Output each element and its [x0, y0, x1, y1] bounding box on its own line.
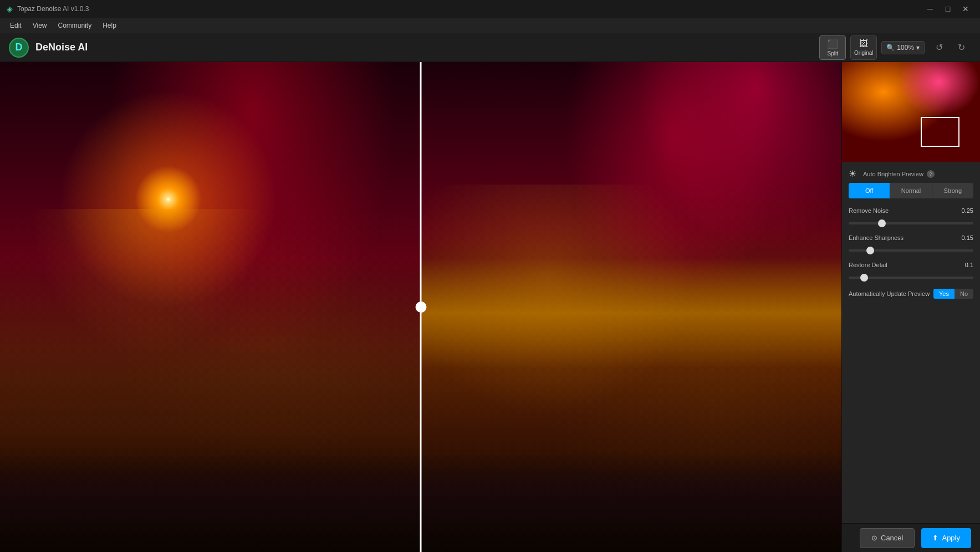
app-header: D DeNoise AI ⬛ Split 🖼 Original 🔍 100% ▾…: [0, 33, 980, 62]
toolbar: ⬛ Split 🖼 Original 🔍 100% ▾ ↺ ↻: [819, 35, 971, 60]
redo-button[interactable]: ↻: [951, 38, 971, 58]
enhance-sharpness-label: Enhance Sharpness: [849, 234, 904, 241]
app-logo-icon: D: [9, 38, 29, 58]
cancel-icon: ⊙: [871, 534, 877, 542]
controls-panel: ☀ Auto Brighten Preview ? Off Normal Str…: [842, 162, 980, 523]
menu-community[interactable]: Community: [52, 19, 97, 32]
split-divider[interactable]: [420, 62, 422, 552]
restore-detail-row: Restore Detail 0.1: [849, 262, 973, 281]
menubar: Edit View Community Help: [0, 18, 980, 33]
help-icon[interactable]: ?: [927, 170, 935, 178]
brighten-strong-button[interactable]: Strong: [932, 183, 973, 198]
auto-brighten-text: Auto Brighten Preview: [863, 171, 923, 177]
split-view-container: [0, 62, 841, 552]
undo-redo-group: ↺ ↻: [929, 38, 971, 58]
enhance-sharpness-header: Enhance Sharpness 0.15: [849, 234, 973, 241]
brighten-normal-button[interactable]: Normal: [890, 183, 932, 198]
cancel-button[interactable]: ⊙ Cancel: [860, 528, 915, 548]
auto-update-no-button[interactable]: No: [955, 289, 973, 299]
menu-edit[interactable]: Edit: [4, 19, 27, 32]
minimize-button[interactable]: ─: [922, 1, 938, 17]
window-title: Topaz Denoise AI v1.0.3: [17, 5, 922, 13]
menu-help[interactable]: Help: [97, 19, 122, 32]
remove-noise-label: Remove Noise: [849, 207, 889, 214]
undo-button[interactable]: ↺: [929, 38, 949, 58]
image-icon: 🖼: [859, 39, 868, 49]
remove-noise-header: Remove Noise 0.25: [849, 207, 973, 214]
window-controls: ─ □ ✕: [922, 1, 973, 17]
split-icon: ⬛: [827, 39, 838, 49]
auto-update-row: Automatically Update Preview Yes No: [849, 289, 973, 299]
menu-view[interactable]: View: [27, 19, 53, 32]
topaz-icon: ◈: [7, 4, 13, 13]
maximize-button[interactable]: □: [940, 1, 956, 17]
apply-label: Apply: [942, 534, 960, 542]
remove-noise-slider[interactable]: [849, 222, 973, 224]
processed-image: [0, 62, 421, 552]
enhance-sharpness-value: 0.15: [957, 234, 973, 241]
enhance-sharpness-row: Enhance Sharpness 0.15: [849, 234, 973, 254]
auto-update-yes-button[interactable]: Yes: [933, 289, 955, 299]
zoom-value: 100%: [897, 44, 914, 52]
enhance-sharpness-slider[interactable]: [849, 249, 973, 252]
city-lights-left: [0, 454, 421, 552]
original-image: [421, 62, 841, 552]
auto-update-label: Automatically Update Preview: [849, 290, 930, 297]
sidebar: ☀ Auto Brighten Preview ? Off Normal Str…: [841, 62, 980, 552]
thumbnail-preview: [842, 62, 980, 162]
auto-brighten-section: ☀ Auto Brighten Preview ? Off Normal Str…: [849, 168, 973, 198]
logo-letter: D: [16, 42, 23, 53]
auto-brighten-toggle-group: Off Normal Strong: [849, 183, 973, 198]
zoom-dropdown-icon[interactable]: ▾: [916, 44, 920, 52]
zoom-icon: 🔍: [886, 44, 895, 52]
remove-noise-row: Remove Noise 0.25: [849, 207, 973, 227]
restore-detail-value: 0.1: [957, 262, 973, 268]
zoom-control: 🔍 100% ▾: [881, 41, 925, 54]
restore-detail-header: Restore Detail 0.1: [849, 262, 973, 268]
thumbnail-viewport: [921, 117, 959, 147]
sun-icon: ☀: [849, 168, 860, 180]
main-content: ☀ Auto Brighten Preview ? Off Normal Str…: [0, 62, 980, 552]
left-image-panel: [0, 62, 421, 552]
original-label: Original: [854, 50, 873, 56]
restore-detail-label: Restore Detail: [849, 262, 887, 268]
brighten-off-button[interactable]: Off: [849, 183, 890, 198]
original-view-button[interactable]: 🖼 Original: [850, 35, 877, 60]
bottom-action-bar: ⊙ Cancel ⬆ Apply: [842, 523, 980, 552]
canvas-area: [0, 62, 841, 552]
apply-icon: ⬆: [932, 534, 938, 542]
city-lights-right: [421, 454, 841, 552]
split-view-button[interactable]: ⬛ Split: [819, 35, 846, 60]
restore-detail-slider[interactable]: [849, 277, 973, 279]
split-handle[interactable]: [415, 301, 426, 313]
apply-button[interactable]: ⬆ Apply: [921, 528, 971, 548]
right-image-panel: [421, 62, 841, 552]
thumbnail-image: [842, 62, 980, 162]
auto-brighten-label: ☀ Auto Brighten Preview ?: [849, 168, 973, 180]
app-title: DeNoise AI: [35, 42, 819, 53]
split-label: Split: [828, 50, 838, 57]
close-button[interactable]: ✕: [958, 1, 973, 17]
cancel-label: Cancel: [881, 534, 903, 542]
auto-update-toggle: Yes No: [933, 289, 973, 299]
titlebar: ◈ Topaz Denoise AI v1.0.3 ─ □ ✕: [0, 0, 980, 18]
remove-noise-value: 0.25: [957, 207, 973, 214]
